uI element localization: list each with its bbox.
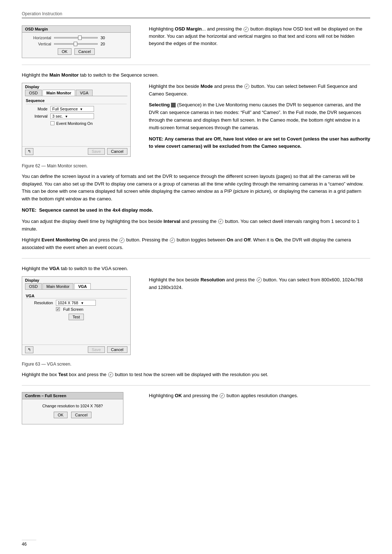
note-label: NOTE: Any cameras that are Off, have los… bbox=[149, 136, 370, 149]
enter-icon-7: ✓ bbox=[108, 372, 113, 377]
enter-icon-4: ✓ bbox=[119, 238, 124, 243]
page-number: 46 bbox=[22, 540, 36, 547]
vertical-slider[interactable] bbox=[54, 43, 98, 45]
mode-select[interactable]: Full Sequence ▼ bbox=[50, 106, 94, 112]
osd-margin-buttons: OK Cancel bbox=[26, 48, 127, 55]
enter-icon-5: ✓ bbox=[170, 238, 175, 243]
vga-footer: ↰ Save Cancel bbox=[22, 345, 130, 355]
osd-margin-box: OSD Margin Horizontal 30 Vertical bbox=[22, 25, 131, 58]
vga-tab-osd[interactable]: OSD bbox=[25, 283, 42, 289]
enter-icon-8: ✓ bbox=[220, 393, 225, 398]
mode-value: Full Sequence bbox=[52, 107, 78, 111]
vga-section-title: VGA bbox=[26, 294, 127, 298]
event-monitoring-label: Event Monitoring On bbox=[56, 121, 93, 126]
test-button[interactable]: Test bbox=[69, 314, 84, 320]
confirm-right: Highlighting OK and pressing the ✓ butto… bbox=[149, 392, 370, 403]
enter-icon: ✓ bbox=[244, 27, 249, 32]
header-title: Operation Instruction bbox=[22, 11, 62, 16]
fullscreen-row: ✓ Full Screen bbox=[56, 307, 127, 311]
vga-back-button[interactable]: ↰ bbox=[25, 346, 33, 353]
tab-main-monitor[interactable]: Main Monitor bbox=[42, 90, 75, 96]
interval-row: Interval 3 sec. ▼ bbox=[26, 113, 127, 119]
note-4x4-label: NOTE: Sequence cannot be used in the 4x4… bbox=[22, 207, 153, 213]
vga-display-label-row: Display bbox=[22, 277, 130, 283]
divider-3 bbox=[22, 385, 370, 386]
confirm-section: Confirm – Full Screen Change resolution … bbox=[22, 392, 370, 424]
resolution-select[interactable]: 1024 X 768 ▼ bbox=[56, 300, 96, 306]
confirm-left: Confirm – Full Screen Change resolution … bbox=[22, 392, 138, 424]
test-line: Highlight the box Test box and press the… bbox=[22, 371, 370, 379]
body-para-event: Highlight Event Monitoring On and press … bbox=[22, 236, 370, 252]
interval-label: Interval bbox=[26, 114, 48, 118]
selecting-keyword: Selecting bbox=[149, 102, 170, 107]
resolution-value: 1024 X 768 bbox=[58, 301, 78, 305]
interval-arrow-icon: ▼ bbox=[65, 115, 68, 118]
vertical-label: Vertical bbox=[26, 42, 51, 46]
confirm-buttons: OK Cancel bbox=[26, 412, 119, 421]
vertical-value: 20 bbox=[101, 42, 110, 46]
cameo-note: NOTE: Any cameras that are Off, have los… bbox=[149, 135, 370, 151]
confirm-description: Highlighting OK and pressing the ✓ butto… bbox=[149, 392, 370, 400]
tab-osd[interactable]: OSD bbox=[25, 90, 42, 96]
osd-cancel-button[interactable]: Cancel bbox=[74, 48, 95, 55]
vga-display-label: Display bbox=[25, 278, 39, 282]
tab-vga[interactable]: VGA bbox=[76, 90, 92, 96]
vga-cancel-button[interactable]: Cancel bbox=[107, 346, 127, 353]
enter-icon-3: ✓ bbox=[218, 219, 223, 224]
fullscreen-label: Full Screen bbox=[63, 307, 83, 311]
main-tabs-container: OSD Main Monitor VGA bbox=[22, 90, 130, 96]
osd-margin-body: Horizontal 30 Vertical 20 bbox=[22, 33, 130, 58]
vga-keyword: VGA bbox=[49, 266, 60, 271]
osd-margin-description: Highlighting OSD Margin... and pressing … bbox=[149, 25, 370, 47]
footer-buttons: Save Cancel bbox=[88, 148, 127, 155]
ok-keyword: OK bbox=[175, 393, 182, 398]
fullscreen-checkbox[interactable]: ✓ bbox=[56, 307, 60, 311]
horizontal-thumb[interactable] bbox=[78, 36, 82, 40]
note-4x4: NOTE: Sequence cannot be used in the 4x4… bbox=[22, 207, 370, 214]
resolution-row: Resolution 1024 X 768 ▼ bbox=[26, 300, 127, 306]
figure62-caption: Figure 62 — Main Monitor screen. bbox=[22, 163, 370, 168]
back-button[interactable]: ↰ bbox=[25, 148, 33, 155]
resolution-keyword: Resolution bbox=[200, 277, 225, 282]
confirm-ok-button[interactable]: OK bbox=[54, 412, 68, 418]
osd-margin-left: OSD Margin Horizontal 30 Vertical bbox=[22, 25, 138, 58]
interval-select[interactable]: 3 sec. ▼ bbox=[50, 113, 94, 119]
mode-row: Mode Full Sequence ▼ bbox=[26, 106, 127, 112]
test-row: Test bbox=[26, 314, 127, 320]
vga-description: Highlight the box beside Resolution and … bbox=[149, 276, 370, 292]
figure63-caption: Figure 63 — VGA screen. bbox=[22, 362, 370, 367]
horizontal-row: Horizontal 30 bbox=[26, 36, 127, 40]
selecting-description: Selecting (Sequence) in the Live Monitor… bbox=[149, 101, 370, 131]
osd-ok-button[interactable]: OK bbox=[58, 48, 72, 55]
vga-save-button[interactable]: Save bbox=[88, 346, 105, 353]
vga-tab-main-monitor[interactable]: Main Monitor bbox=[42, 283, 74, 289]
main-monitor-intro: Highlight the Main Monitor tab to switch… bbox=[22, 72, 370, 79]
confirm-message: Change resolution to 1024 X 768? bbox=[26, 404, 119, 408]
sequence-label: Sequence bbox=[26, 98, 127, 104]
cancel-button[interactable]: Cancel bbox=[107, 148, 127, 155]
mode-arrow-icon: ▼ bbox=[79, 107, 83, 111]
main-monitor-box: Display OSD Main Monitor VGA Sequence Mo… bbox=[22, 83, 131, 157]
horizontal-value: 30 bbox=[101, 36, 110, 40]
spacer bbox=[22, 130, 130, 144]
main-monitor-left: Display OSD Main Monitor VGA Sequence Mo… bbox=[22, 83, 138, 157]
sequence-icon bbox=[171, 103, 176, 107]
vertical-thumb[interactable] bbox=[74, 42, 77, 46]
main-tab-bar: OSD Main Monitor VGA bbox=[25, 90, 127, 96]
vga-tab-bar: OSD Main Monitor VGA bbox=[25, 283, 127, 290]
osd-margin-title: OSD Margin bbox=[22, 26, 130, 33]
mode-keyword: Mode bbox=[200, 83, 213, 89]
vga-tab-vga[interactable]: VGA bbox=[74, 283, 91, 289]
osd-margin-section: OSD Margin Horizontal 30 Vertical bbox=[22, 25, 370, 58]
vga-intro: Highlight the VGA tab to switch to the V… bbox=[22, 265, 370, 273]
event-monitoring-row: Event Monitoring On bbox=[50, 121, 127, 126]
resolution-arrow-icon: ▼ bbox=[81, 301, 84, 305]
vga-body: VGA Resolution 1024 X 768 ▼ ✓ Full Scree… bbox=[22, 292, 130, 324]
save-button[interactable]: Save bbox=[88, 148, 105, 155]
vga-box: Display OSD Main Monitor VGA VGA Resolut… bbox=[22, 276, 131, 355]
divider-1 bbox=[22, 65, 370, 65]
resolution-label: Resolution bbox=[26, 301, 53, 305]
horizontal-slider[interactable] bbox=[54, 37, 98, 38]
event-monitoring-checkbox[interactable] bbox=[50, 121, 54, 125]
confirm-cancel-button[interactable]: Cancel bbox=[71, 412, 91, 418]
